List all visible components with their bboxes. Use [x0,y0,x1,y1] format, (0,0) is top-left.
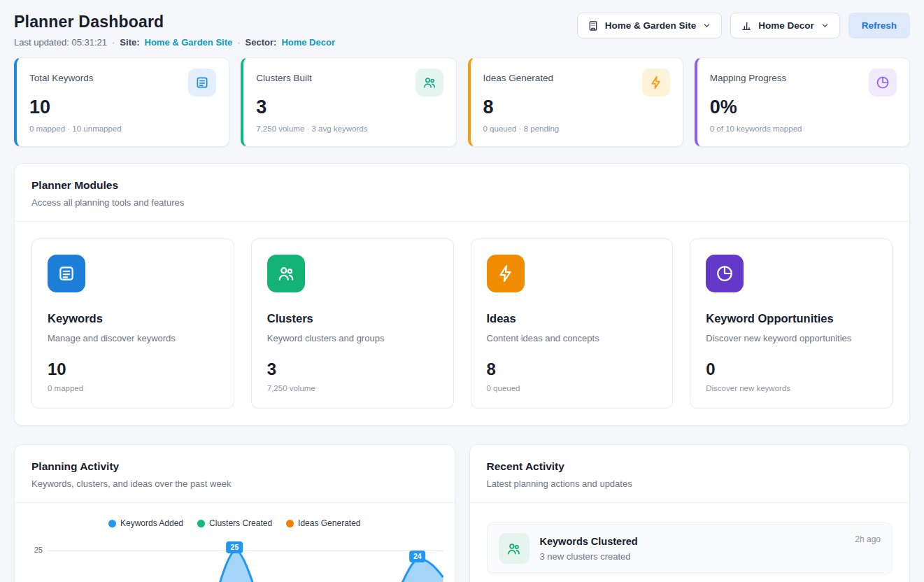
module-caption: 0 queued [487,384,658,392]
stat-label: Ideas Generated [483,73,554,83]
recent-activity-subtitle: Latest planning actions and updates [487,478,893,489]
legend-label: Keywords Added [120,518,183,528]
planning-activity-subtitle: Keywords, clusters, and ideas over the p… [31,478,438,489]
pie-chart-icon [869,69,897,97]
planning-activity-title: Planning Activity [31,460,438,473]
modules-panel-header: Planner Modules Access all planning tool… [15,164,909,222]
legend-dot-green [197,520,205,527]
stat-value: 3 [256,97,443,118]
module-title: Keywords [48,312,218,325]
stat-caption: 7,250 volume · 3 avg keywords [256,125,443,133]
last-updated-text: Last updated: 05:31:21 [14,37,107,48]
module-value: 0 [706,360,876,379]
page-title: Planner Dashboard [14,13,335,31]
recent-activity-header: Recent Activity Latest planning actions … [470,445,910,503]
data-point-label: 25 [227,541,243,553]
stat-card-ideas-generated: Ideas Generated 8 0 queued · 8 pending [468,57,683,147]
activity-item-subtitle: 3 new clusters created [540,551,845,562]
stat-caption: 0 mapped · 10 unmapped [29,125,216,133]
module-title: Ideas [487,312,658,325]
stat-caption: 0 of 10 keywords mapped [710,125,897,133]
module-description: Manage and discover keywords [48,333,218,343]
users-icon [267,255,305,292]
stat-caption: 0 queued · 8 pending [483,125,670,133]
header-left: Planner Dashboard Last updated: 05:31:21… [14,13,335,48]
stat-card-clusters-built: Clusters Built 3 7,250 volume · 3 avg ke… [241,57,456,147]
meta-separator: · [112,37,115,48]
stat-label: Mapping Progress [710,73,787,83]
module-value: 10 [48,360,218,379]
recent-activity-card: Recent Activity Latest planning actions … [469,444,911,582]
data-point-label: 24 [409,551,426,562]
chevron-down-icon [702,21,711,30]
stat-label: Clusters Built [256,73,312,83]
chart-canvas: 25 24 [48,535,443,582]
activity-chart: Keywords Added Clusters Created Ideas Ge… [15,503,455,582]
planning-activity-header: Planning Activity Keywords, clusters, an… [15,445,455,503]
module-caption: 0 mapped [48,384,218,392]
chart-plot-area: 25 25 24 [26,535,443,582]
site-label: Site: [120,37,139,48]
module-caption: 7,250 volume [267,384,438,392]
module-card-keyword-opportunities[interactable]: Keyword Opportunities Discover new keywo… [690,239,893,409]
legend-dot-orange [286,520,294,527]
sector-selector-value: Home Decor [758,20,814,31]
chevron-down-icon [820,21,830,30]
recent-activity-title: Recent Activity [487,460,893,473]
module-card-clusters[interactable]: Clusters Keyword clusters and groups 3 7… [251,239,454,409]
lightning-icon [487,255,525,292]
meta-separator: · [237,37,240,48]
recent-activity-list: Keywords Clustered 3 new clusters create… [470,503,910,582]
users-icon [415,69,443,97]
legend-item-keywords-added[interactable]: Keywords Added [108,518,183,528]
building-icon [588,20,599,31]
activity-item-title: Keywords Clustered [540,536,845,547]
stat-card-mapping-progress: Mapping Progress 0% 0 of 10 keywords map… [695,57,910,147]
page-header: Planner Dashboard Last updated: 05:31:21… [14,13,910,48]
legend-dot-blue [108,520,116,527]
pie-chart-icon [706,255,744,292]
module-description: Keyword clusters and groups [267,333,438,343]
module-description: Content ideas and concepts [487,333,658,343]
stat-card-total-keywords: Total Keywords 10 0 mapped · 10 unmapped [14,57,229,147]
module-value: 8 [487,360,658,379]
header-meta: Last updated: 05:31:21 · Site: Home & Ga… [14,37,335,48]
document-icon [188,69,216,97]
stats-row: Total Keywords 10 0 mapped · 10 unmapped… [14,57,910,147]
legend-label: Ideas Generated [298,518,360,528]
module-card-keywords[interactable]: Keywords Manage and discover keywords 10… [31,239,234,409]
users-icon [499,533,529,564]
modules-title: Planner Modules [31,179,893,192]
stat-label: Total Keywords [29,73,94,83]
bottom-row: Planning Activity Keywords, clusters, an… [14,444,910,582]
document-icon [48,255,85,292]
planner-modules-panel: Planner Modules Access all planning tool… [14,163,910,426]
chart-legend: Keywords Added Clusters Created Ideas Ge… [26,518,443,528]
planner-dashboard-page: Planner Dashboard Last updated: 05:31:21… [0,0,924,582]
site-link[interactable]: Home & Garden Site [145,37,233,48]
module-card-ideas[interactable]: Ideas Content ideas and concepts 8 0 que… [471,239,674,409]
legend-item-clusters-created[interactable]: Clusters Created [197,518,272,528]
legend-label: Clusters Created [209,518,272,528]
site-selector-dropdown[interactable]: Home & Garden Site [577,13,723,38]
module-caption: Discover new keywords [706,384,876,392]
activity-item-text: Keywords Clustered 3 new clusters create… [540,536,845,562]
sector-selector-dropdown[interactable]: Home Decor [730,13,840,38]
header-controls: Home & Garden Site Home Decor Refresh [577,13,910,38]
stat-value: 10 [29,97,216,118]
refresh-button[interactable]: Refresh [848,13,910,38]
y-axis-tick: 25 [26,535,48,582]
modules-grid: Keywords Manage and discover keywords 10… [15,222,909,425]
activity-list-item[interactable]: Keywords Clustered 3 new clusters create… [487,523,893,574]
site-selector-value: Home & Garden Site [605,20,697,31]
module-description: Discover new keyword opportunities [706,333,876,343]
activity-item-timestamp: 2h ago [855,534,881,544]
module-value: 3 [267,360,438,379]
sector-link[interactable]: Home Decor [281,37,335,48]
bar-chart-icon [741,20,752,31]
sector-label: Sector: [246,37,277,48]
legend-item-ideas-generated[interactable]: Ideas Generated [286,518,360,528]
keywords-added-area-series [48,535,443,582]
stat-value: 0% [710,97,897,118]
modules-subtitle: Access all planning tools and features [31,197,893,208]
